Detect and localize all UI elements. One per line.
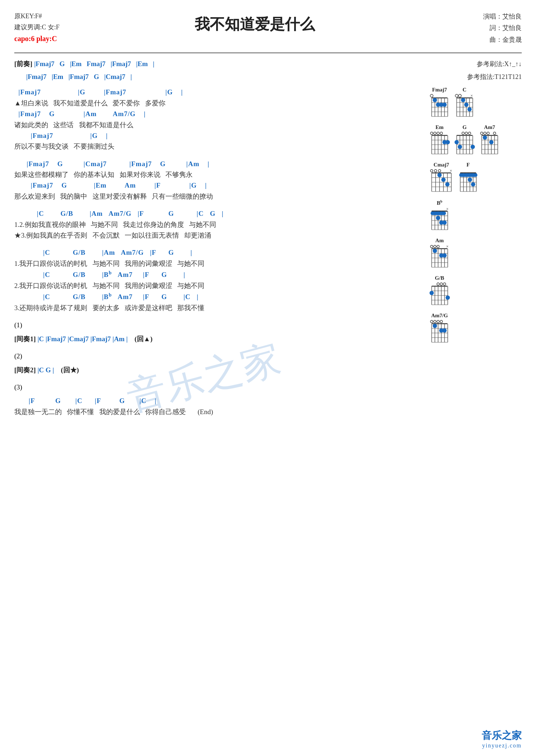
- chord-line-2-2: |Fmaj7 G |Em Am |F |G |: [14, 180, 422, 191]
- singer: 艾怡良: [502, 13, 522, 20]
- intro-chords: [前奏] |Fmaj7 G |Em Fmaj7 |Fmaj7 |Em | |Fm…: [14, 58, 154, 83]
- svg-point-177: [431, 320, 433, 323]
- svg-point-49: [446, 140, 450, 144]
- key-original: 原KEY:F#: [14, 11, 60, 22]
- section-2: |Fmaj7 G |Cmaj7 |Fmaj7 G |Am | 如果这些都模糊了 …: [14, 159, 422, 202]
- svg-text:×: ×: [446, 244, 449, 249]
- diagram-row-2: Em: [429, 124, 522, 157]
- section-1: |Fmaj7 |G |Fmaj7 |G | ▲坦白来说 我不知道爱是什么 爱不爱…: [14, 87, 422, 152]
- svg-point-145: [437, 245, 440, 248]
- ending-lyric: 我是独一无二的 你懂不懂 我的爱是什么 你得自己感受 (End): [14, 407, 422, 417]
- header: 原KEY:F# 建议男调:C 女:F capo:6 play:C 我不知道爱是什…: [14, 11, 522, 45]
- svg-point-46: [437, 132, 440, 135]
- svg-point-78: [481, 132, 483, 135]
- chord-line-4-2: |C G/B |Bb Am7 |F G |: [14, 269, 422, 280]
- svg-rect-113: [459, 173, 477, 177]
- header-center: 我不知道爱是什么: [60, 11, 450, 34]
- diagram-Fmaj7: Fmaj7: [429, 87, 450, 119]
- svg-point-149: [442, 253, 447, 258]
- intro-line1: [前奏] |Fmaj7 G |Em Fmaj7 |Fmaj7 |Em |: [14, 58, 154, 70]
- svg-point-63: [468, 132, 471, 135]
- svg-point-147: [433, 249, 437, 253]
- diagram-Em: Em: [429, 124, 450, 157]
- svg-point-129: [436, 216, 440, 220]
- interlude1-suffix: (回▲): [134, 335, 152, 343]
- svg-point-82: [483, 135, 487, 140]
- svg-point-96: [435, 170, 437, 172]
- num-1: (1): [14, 320, 422, 330]
- diagram-Am: Am: [429, 238, 450, 270]
- svg-point-65: [458, 145, 462, 149]
- svg-point-131: [442, 220, 447, 225]
- diagram-Am7G: Am7/G: [429, 313, 450, 345]
- svg-point-15: [442, 103, 447, 107]
- svg-rect-128: [431, 212, 446, 215]
- svg-point-79: [484, 132, 486, 135]
- diagram-Bb: Bb ×: [429, 199, 450, 233]
- svg-point-47: [440, 132, 443, 135]
- main-content: |Fmaj7 |G |Fmaj7 |G | ▲坦白来说 我不知道爱是什么 爱不爱…: [14, 87, 522, 424]
- svg-point-97: [438, 170, 441, 172]
- svg-text:×: ×: [446, 207, 449, 212]
- svg-point-181: [433, 324, 437, 328]
- lyric-line-4-3: 3.还期待或许是坏了规则 要的太多 或许爱是这样吧 那我不懂: [14, 303, 422, 313]
- svg-point-162: [440, 283, 443, 285]
- svg-point-45: [434, 132, 436, 135]
- footer-logo: 音乐之家 yinyuezj.com: [482, 729, 522, 749]
- chord-line-4-1: |C G/B |Am Am7/G |F G |: [14, 247, 422, 258]
- svg-point-143: [431, 245, 433, 248]
- diagram-row-bb: Bb ×: [429, 199, 522, 233]
- intro-chord1: |Fmaj7 G |Em Fmaj7 |Fmaj7 |Em |: [34, 60, 154, 68]
- lyric-line-2-1: 如果这些都模糊了 你的基本认知 如果对你来说 不够隽永: [14, 169, 422, 180]
- ending-section: |F G |C |F G |C | 我是独一无二的 你懂不懂 我的爱是什么 你得…: [14, 396, 422, 417]
- section-4: |C G/B |Am Am7/G |F G | 1.我开口跟你说话的时机 与她不…: [14, 247, 422, 313]
- svg-point-28: [458, 94, 461, 97]
- interlude2-suffix: (回★): [61, 366, 79, 374]
- header-right: 演唱：艾怡良 詞：艾怡良 曲：金贵晟: [450, 11, 522, 45]
- diagram-F: F: [457, 162, 479, 194]
- section-3: |C G/B |Am Am7/G |F G |C G | 1.2.例如我直视你的…: [14, 208, 422, 241]
- composer-info: 曲：金贵晟: [450, 34, 522, 45]
- interlude2-chords: |C G |: [38, 366, 54, 374]
- lyric-line-4-1: 1.我开口跟你说话的时机 与她不同 我用的词彙艰涩 与她不同: [14, 258, 422, 269]
- diagram-row-1: Fmaj7: [429, 87, 522, 119]
- singer-label: 演唱：: [483, 13, 502, 20]
- svg-point-179: [437, 320, 440, 323]
- chord-line-1-3: |Fmaj7 |G |: [14, 130, 422, 141]
- logo-pinyin: yinyuezj.com: [482, 742, 522, 749]
- lyric-line-1-3: 所以不要与我交谈 不要揣测过头: [14, 141, 422, 152]
- interlude2-label: [间奏2]: [14, 366, 36, 374]
- svg-point-95: [431, 170, 433, 172]
- interlude1: [间奏1] |C |Fmaj7 |Cmaj7 |Fmaj7 |Am | (回▲): [14, 334, 422, 344]
- svg-point-81: [493, 132, 496, 135]
- lyrics-section: |Fmaj7 |G |Fmaj7 |G | ▲坦白来说 我不知道爱是什么 爱不爱…: [14, 87, 422, 424]
- lyric-line-1-2: 诸如此类的 这些话 我都不知道是什么: [14, 120, 422, 130]
- diagram-C: C: [454, 87, 475, 119]
- singer-info: 演唱：艾怡良: [450, 11, 522, 22]
- svg-point-11: [430, 94, 433, 97]
- svg-point-163: [443, 283, 446, 285]
- svg-point-80: [487, 132, 490, 135]
- svg-point-66: [471, 145, 475, 149]
- lyricist-info: 詞：艾怡良: [450, 22, 522, 34]
- interlude1-chords: |C |Fmaj7 |Cmaj7 |Fmaj7 |Am |: [38, 335, 128, 343]
- diagram-GB: G/B: [429, 275, 450, 308]
- chord-diagrams: Fmaj7: [429, 87, 522, 424]
- num-3: (3): [14, 382, 422, 393]
- capo-info: capo:6 play:C: [14, 33, 60, 45]
- svg-point-31: [464, 103, 468, 107]
- strum-pattern: 参考刷法:X↑_↑↓: [467, 58, 522, 70]
- interlude2: [间奏2] |C G | (回★): [14, 365, 422, 375]
- diagram-row-gb: G/B: [429, 275, 522, 308]
- svg-point-30: [461, 98, 465, 102]
- svg-point-144: [434, 245, 436, 248]
- svg-point-165: [446, 295, 450, 300]
- svg-point-32: [467, 107, 472, 111]
- diagram-Cmaj7: Cmaj7: [429, 162, 454, 194]
- svg-text:×: ×: [471, 94, 473, 98]
- diagram-Am7: Am7: [479, 124, 500, 157]
- page: 音乐之家 原KEY:F# 建议男调:C 女:F capo:6 play:C 我不…: [0, 0, 536, 756]
- intro-line2: |Fmaj7 |Em |Fmaj7 G |Cmaj7 |: [14, 70, 154, 83]
- ending-chord: |F G |C |F G |C |: [14, 396, 422, 406]
- lyric-line-4-2: 2.我开口跟你说话的时机 与她不同 我用的词彙艰涩 与她不同: [14, 280, 422, 291]
